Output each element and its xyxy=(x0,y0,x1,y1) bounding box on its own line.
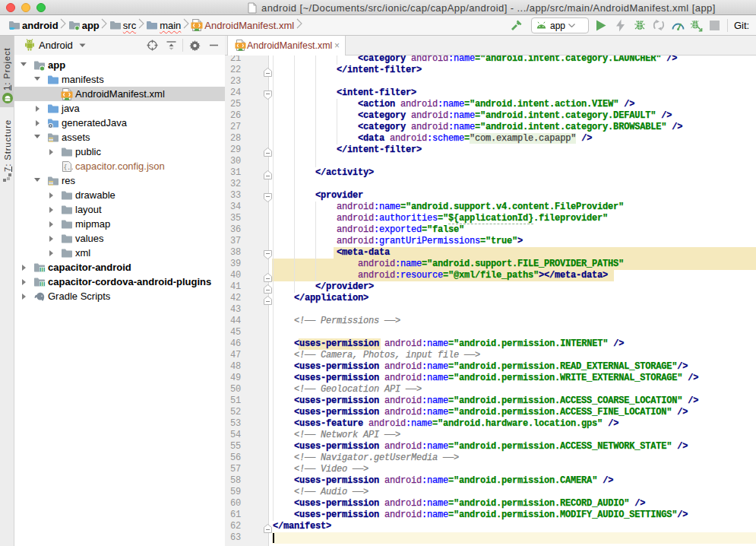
svg-text:{..}: {..} xyxy=(63,163,73,170)
